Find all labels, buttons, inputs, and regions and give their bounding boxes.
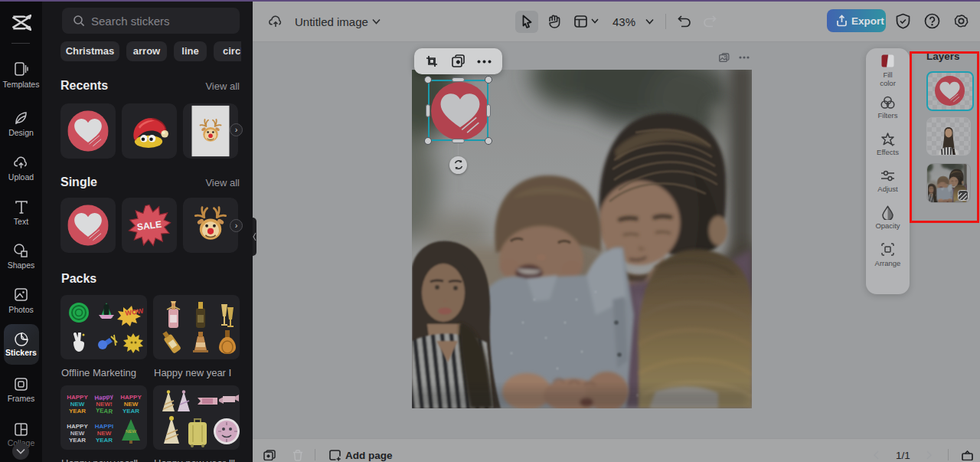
svg-text:YEAR: YEAR [69,437,86,444]
svg-text:WOW: WOW [125,307,145,317]
svg-text:NEW: NEW [126,429,136,434]
svg-text:HAPPY: HAPPY [67,394,88,401]
svg-text:HAPPI: HAPPI [95,423,113,430]
svg-text:YEAR: YEAR [122,408,139,414]
svg-text:YEAR: YEAR [96,437,113,444]
svg-text:NEW: NEW [124,401,139,408]
svg-text:NEW: NEW [70,401,85,408]
svg-text:YEAR: YEAR [69,408,86,414]
svg-text:YEAR: YEAR [96,407,113,415]
svg-text:NEW: NEW [97,430,112,437]
svg-text:NEW: NEW [70,430,85,437]
svg-text:HAPPY: HAPPY [120,394,142,401]
svg-text:HAPPY: HAPPY [67,423,88,430]
